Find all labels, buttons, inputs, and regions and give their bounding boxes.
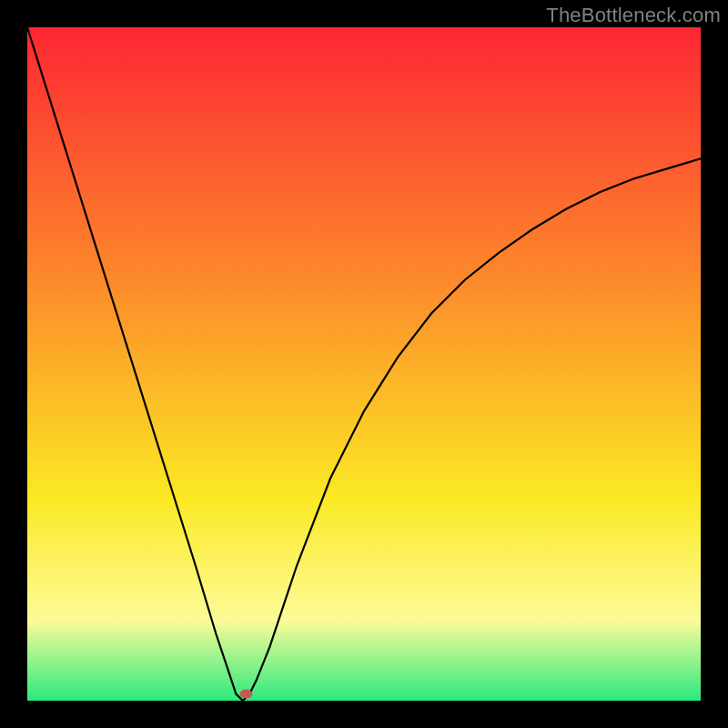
watermark-text: TheBottleneck.com — [546, 4, 721, 27]
chart-frame: TheBottleneck.com — [0, 0, 728, 728]
curve-svg — [27, 27, 701, 701]
min-marker — [240, 690, 253, 699]
plot-area — [27, 27, 701, 701]
bottleneck-curve — [27, 27, 701, 701]
